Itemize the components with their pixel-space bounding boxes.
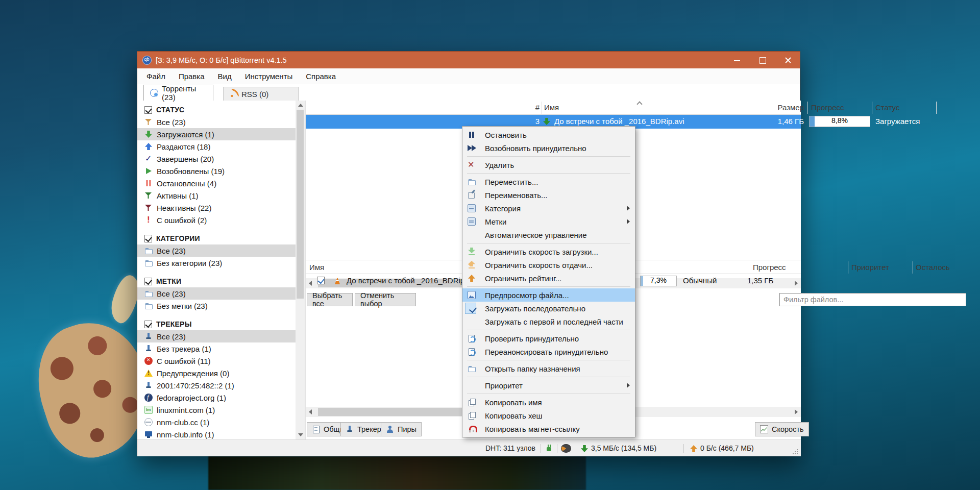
sidebar-item-trk-ipv6[interactable]: 2001:470:25:482::2 (1) (137, 379, 296, 391)
sidebar-section-status[interactable]: СТАТУС (137, 104, 296, 116)
menu-sequential-download[interactable]: Загружать последовательно (462, 302, 635, 315)
tab-peers[interactable]: Пиры (381, 422, 422, 436)
list-icon (468, 217, 476, 226)
sidebar-item-trk-mint[interactable]: linuxmint.com (1) (137, 404, 296, 416)
col-name[interactable]: Имя (544, 103, 559, 112)
col-file-name[interactable]: Имя (309, 263, 324, 272)
sidebar-item-cat-none[interactable]: Без категории (23) (137, 257, 296, 269)
menu-auto-management[interactable]: Автоматическое управление (462, 228, 635, 241)
menu-tools[interactable]: Инструменты (245, 72, 293, 81)
sidebar-item-active[interactable]: Активны (1) (137, 189, 296, 202)
torrent-name: До встречи с тобой _2016_BDRip.avi (554, 117, 684, 126)
sidebar-item-trk-none[interactable]: Без трекера (1) (137, 342, 296, 355)
col-file-remaining[interactable]: Осталось (916, 263, 950, 272)
scroll-down-icon[interactable] (298, 433, 303, 436)
menu-limit-download[interactable]: Ограничить скорость загрузки... (462, 245, 635, 258)
sidebar-section-tags[interactable]: МЕТКИ (137, 275, 296, 287)
menu-bar: Файл Правка Вид Инструменты Справка (137, 68, 800, 84)
scrollbar-thumb[interactable] (318, 408, 463, 416)
tab-torrents[interactable]: Торренты (23) (143, 85, 213, 101)
tab-speed[interactable]: Скорость (755, 422, 809, 436)
globe-icon (144, 418, 153, 426)
sidebar-item-trk-warning[interactable]: Предупреждения (0) (137, 367, 296, 379)
menu-view[interactable]: Вид (218, 72, 232, 81)
menu-limit-upload[interactable]: Ограничить скорость отдачи... (462, 258, 635, 272)
menu-file[interactable]: Файл (146, 72, 165, 81)
col-size[interactable]: Размер (753, 103, 804, 112)
menu-priority[interactable]: Приоритет (462, 379, 635, 392)
sidebar-item-inactive[interactable]: Неактивны (22) (137, 202, 296, 214)
minimize-button[interactable] (724, 52, 750, 68)
sidebar-item-trk-nnmcc[interactable]: nnm-club.cc (1) (137, 416, 296, 428)
menu-copy-magnet[interactable]: Копировать магнет-ссылку (462, 422, 635, 435)
sidebar-item-errored[interactable]: С ошибкой (2) (137, 214, 296, 226)
sidebar-item-completed[interactable]: Завершены (20) (137, 153, 296, 165)
menu-move[interactable]: Переместить... (462, 175, 635, 188)
tab-rss[interactable]: RSS (0) (223, 87, 299, 101)
menu-preview-file[interactable]: Предпросмотр файла... (462, 288, 635, 302)
scrollbar-thumb[interactable] (297, 110, 304, 299)
tracker-pin-icon (144, 345, 153, 353)
menu-label: Копировать хеш (485, 411, 543, 420)
scroll-up-icon[interactable] (298, 104, 303, 107)
magnet-icon (468, 425, 476, 433)
close-button[interactable] (775, 52, 801, 68)
checkbox-checked-icon[interactable] (144, 235, 152, 242)
menu-delete[interactable]: Удалить (462, 158, 635, 172)
menu-force-reannounce[interactable]: Переанонсировать принудительно (462, 345, 635, 358)
menu-open-destination[interactable]: Открыть папку назначения (462, 362, 635, 375)
file-filter-input[interactable] (779, 293, 966, 306)
menu-label: Копировать магнет-ссылку (485, 425, 580, 433)
clear-selection-button[interactable]: Отменить выбор (355, 293, 416, 306)
select-all-button[interactable]: Выбрать все (307, 293, 353, 306)
delete-icon (468, 161, 476, 169)
sidebar-item-paused[interactable]: Остановлены (4) (137, 177, 296, 189)
speed-gauge-icon[interactable] (561, 444, 571, 453)
upload-arrow-icon (144, 142, 153, 151)
menu-edit[interactable]: Правка (179, 72, 205, 81)
menu-force-recheck[interactable]: Проверить принудительно (462, 332, 635, 345)
sidebar-item-cat-all[interactable]: Все (23) (137, 244, 296, 257)
sidebar-scrollbar[interactable] (296, 101, 305, 439)
sidebar-item-all[interactable]: Все (23) (137, 116, 296, 128)
col-file-priority[interactable]: Приоритет (851, 263, 889, 272)
resize-grip[interactable] (793, 449, 798, 454)
col-status[interactable]: Статус (875, 103, 899, 112)
sidebar-item-tag-none[interactable]: Без метки (23) (137, 300, 296, 312)
scroll-right-icon[interactable] (795, 409, 798, 414)
scroll-left-icon[interactable] (309, 409, 312, 414)
sidebar-item-trk-error[interactable]: С ошибкой (11) (137, 355, 296, 367)
col-file-progress[interactable]: Прогресс (753, 263, 786, 272)
menu-copy-name[interactable]: Копировать имя (462, 396, 635, 409)
item-label: nnm-club.cc (1) (157, 418, 209, 427)
checkbox-checked-icon[interactable] (144, 278, 152, 285)
sidebar-item-trk-fedora[interactable]: fedoraproject.org (1) (137, 391, 296, 404)
maximize-button[interactable] (750, 52, 775, 68)
sidebar-item-trk-nnminfo[interactable]: nnm-club.info (1) (137, 428, 296, 439)
plug-icon[interactable] (545, 444, 553, 452)
menu-limit-ratio[interactable]: Ограничить рейтинг... (462, 272, 635, 285)
menu-copy-hash[interactable]: Копировать хеш (462, 409, 635, 422)
sidebar-item-tag-all[interactable]: Все (23) (137, 287, 296, 300)
checkbox-checked-icon[interactable] (144, 321, 152, 328)
sidebar-item-seeding[interactable]: Раздаются (18) (137, 140, 296, 153)
sidebar-item-resumed[interactable]: Возобновлены (19) (137, 165, 296, 177)
col-num[interactable]: # (520, 103, 540, 112)
sidebar-section-trackers[interactable]: ТРЕКЕРЫ (137, 318, 296, 330)
menu-rename[interactable]: Переименовать... (462, 188, 635, 202)
menu-force-resume[interactable]: Возобновить принудительно (462, 141, 635, 155)
menu-help[interactable]: Справка (306, 72, 336, 81)
col-progress[interactable]: Прогресс (811, 103, 844, 112)
menu-pause[interactable]: Остановить (462, 128, 635, 141)
menu-category[interactable]: Категория (462, 202, 635, 215)
checkbox-checked-icon[interactable] (144, 106, 152, 114)
title-bar[interactable]: [З: 3,9 МБ/с, О: 0 Б/с] qBittorrent v4.1… (137, 52, 800, 68)
menu-tags[interactable]: Метки (462, 215, 635, 228)
file-checkbox-checked[interactable] (317, 277, 325, 284)
sidebar-section-categories[interactable]: КАТЕГОРИИ (137, 232, 296, 244)
menu-first-last-piece[interactable]: Загружать с первой и последней части (462, 315, 635, 328)
sidebar-item-trk-all[interactable]: Все (23) (137, 330, 296, 342)
torrent-table-header[interactable]: # Имя Размер Прогресс Статус (306, 101, 801, 115)
item-label: Предупреждения (0) (157, 369, 229, 378)
sidebar-item-downloading[interactable]: Загружаются (1) (137, 128, 296, 140)
